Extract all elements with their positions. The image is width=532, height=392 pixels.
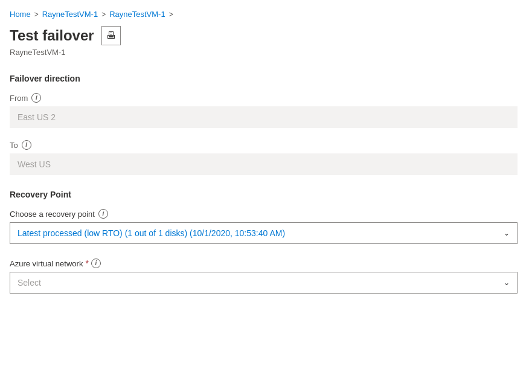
- breadcrumb-separator-3: >: [169, 10, 173, 19]
- print-icon: 🖶: [106, 30, 116, 41]
- azure-network-label-row: Azure virtual network * i: [10, 259, 518, 268]
- failover-direction-title: Failover direction: [10, 74, 518, 83]
- to-label: To: [10, 141, 18, 150]
- azure-network-placeholder: Select: [18, 278, 41, 288]
- print-button[interactable]: 🖶: [101, 26, 121, 45]
- from-label: From: [10, 94, 28, 103]
- breadcrumb-separator-1: >: [34, 10, 39, 19]
- azure-network-dropdown[interactable]: Select ⌄: [10, 272, 518, 294]
- choose-recovery-label-row: Choose a recovery point i: [10, 209, 518, 219]
- breadcrumb-separator-2: >: [101, 10, 106, 19]
- main-container: Home > RayneTestVM-1 > RayneTestVM-1 > T…: [0, 0, 532, 320]
- azure-network-section: Azure virtual network * i Select ⌄: [10, 259, 518, 294]
- to-value-field: West US: [10, 153, 518, 175]
- to-value: West US: [18, 159, 51, 169]
- recovery-point-chevron-icon: ⌄: [504, 229, 510, 237]
- breadcrumb: Home > RayneTestVM-1 > RayneTestVM-1 >: [10, 10, 518, 19]
- required-star: *: [85, 259, 88, 268]
- page-title: Test failover: [10, 26, 94, 45]
- breadcrumb-vm-1[interactable]: RayneTestVM-1: [42, 10, 98, 19]
- recovery-point-dropdown[interactable]: Latest processed (low RTO) (1 out of 1 d…: [10, 222, 518, 244]
- from-field-group: From i East US 2: [10, 93, 518, 128]
- page-subtitle: RayneTestVM-1: [10, 48, 518, 57]
- from-info-icon[interactable]: i: [31, 93, 41, 103]
- azure-network-info-icon[interactable]: i: [91, 259, 101, 268]
- recovery-point-title: Recovery Point: [10, 190, 518, 199]
- breadcrumb-vm-2[interactable]: RayneTestVM-1: [109, 10, 165, 19]
- page-header: Test failover 🖶: [10, 26, 518, 45]
- choose-recovery-label: Choose a recovery point: [10, 210, 95, 219]
- from-label-row: From i: [10, 93, 518, 103]
- recovery-point-section: Recovery Point Choose a recovery point i…: [10, 190, 518, 244]
- azure-network-label: Azure virtual network: [10, 259, 83, 268]
- recovery-point-info-icon[interactable]: i: [98, 209, 108, 219]
- to-info-icon[interactable]: i: [22, 140, 31, 150]
- from-value-field: East US 2: [10, 106, 518, 128]
- breadcrumb-home[interactable]: Home: [10, 10, 31, 19]
- failover-direction-section: Failover direction From i East US 2 To i…: [10, 74, 518, 175]
- to-field-group: To i West US: [10, 140, 518, 175]
- recovery-point-value: Latest processed (low RTO) (1 out of 1 d…: [18, 228, 285, 238]
- recovery-point-field-group: Choose a recovery point i Latest process…: [10, 209, 518, 244]
- from-value: East US 2: [18, 112, 56, 122]
- azure-network-chevron-icon: ⌄: [504, 278, 510, 287]
- to-label-row: To i: [10, 140, 518, 150]
